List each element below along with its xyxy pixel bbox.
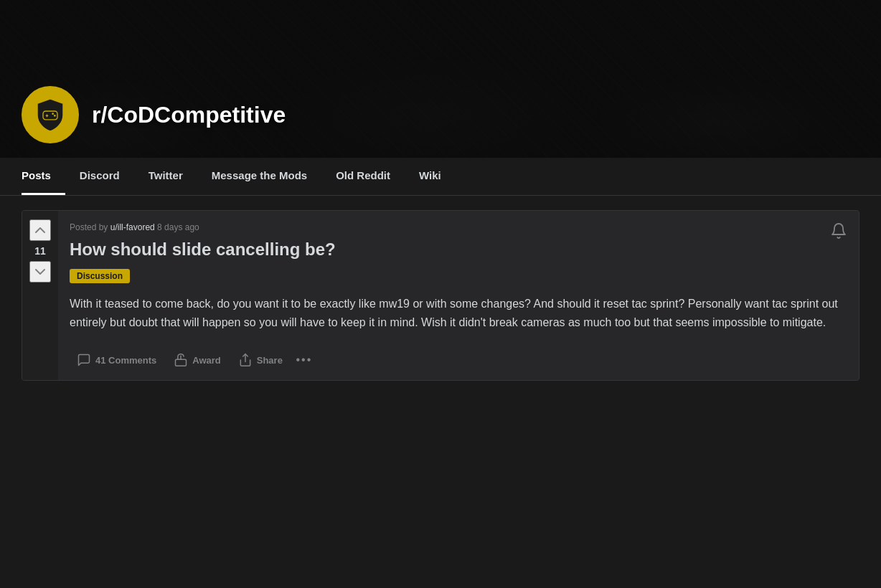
share-icon bbox=[238, 353, 253, 367]
subreddit-name: r/CoDCompetitive bbox=[92, 102, 286, 128]
award-button[interactable]: Award bbox=[166, 348, 228, 371]
nav-item-message-mods[interactable]: Message the Mods bbox=[197, 158, 321, 195]
nav-item-posts[interactable]: Posts bbox=[22, 158, 65, 195]
posted-by-text: Posted by bbox=[70, 222, 110, 232]
banner: r/CoDCompetitive bbox=[0, 0, 881, 158]
comments-icon bbox=[77, 353, 91, 367]
downvote-button[interactable] bbox=[29, 261, 51, 283]
notification-button[interactable] bbox=[830, 222, 847, 244]
post-body: Posted by u/ill-favored 8 days ago How s… bbox=[58, 211, 859, 380]
post-flair[interactable]: Discussion bbox=[70, 269, 130, 283]
share-label: Share bbox=[257, 355, 283, 366]
post-card: 11 Posted by u/ill-favored 8 days ago bbox=[22, 210, 859, 381]
comments-button[interactable]: 41 Comments bbox=[70, 348, 164, 371]
upvote-button[interactable] bbox=[29, 219, 51, 241]
post-title: How should slide cancelling be? bbox=[70, 238, 847, 260]
downvote-icon bbox=[32, 263, 49, 280]
nav-item-wiki[interactable]: Wiki bbox=[405, 158, 456, 195]
post-time: 8 days ago bbox=[157, 222, 199, 232]
award-label: Award bbox=[192, 355, 221, 366]
post-text: With it teased to come back, do you want… bbox=[70, 295, 847, 331]
subreddit-header: r/CoDCompetitive bbox=[22, 86, 286, 143]
upvote-icon bbox=[32, 222, 49, 239]
share-button[interactable]: Share bbox=[231, 348, 290, 371]
svg-rect-5 bbox=[176, 360, 187, 366]
post-meta: Posted by u/ill-favored 8 days ago bbox=[70, 222, 847, 232]
main-content: 11 Posted by u/ill-favored 8 days ago bbox=[0, 196, 881, 395]
shield-icon bbox=[32, 97, 68, 133]
more-dots: ••• bbox=[296, 354, 312, 366]
author-link[interactable]: u/ill-favored bbox=[110, 222, 155, 232]
post-actions: 41 Comments Award Sh bbox=[70, 343, 847, 371]
more-options-button[interactable]: ••• bbox=[293, 348, 316, 371]
vote-count: 11 bbox=[34, 245, 46, 257]
nav-item-old-reddit[interactable]: Old Reddit bbox=[321, 158, 405, 195]
vote-column: 11 bbox=[22, 211, 58, 380]
comments-label: 41 Comments bbox=[95, 355, 156, 366]
bell-icon bbox=[830, 222, 847, 240]
award-icon bbox=[174, 353, 188, 367]
avatar bbox=[22, 86, 79, 143]
nav-item-discord[interactable]: Discord bbox=[65, 158, 134, 195]
svg-point-1 bbox=[52, 113, 54, 115]
svg-point-2 bbox=[54, 115, 56, 117]
nav-item-twitter[interactable]: Twitter bbox=[134, 158, 197, 195]
nav-bar: Posts Discord Twitter Message the Mods O… bbox=[0, 158, 881, 196]
